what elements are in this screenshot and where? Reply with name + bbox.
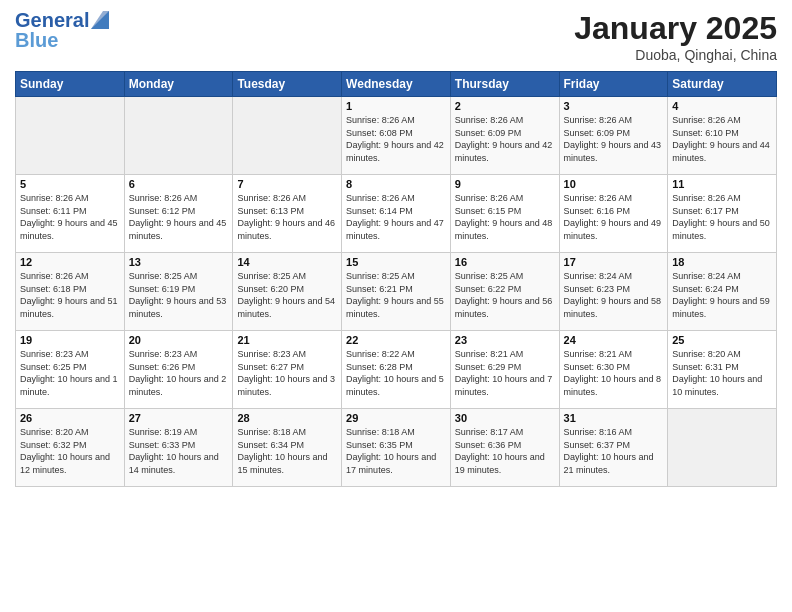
- col-friday: Friday: [559, 72, 668, 97]
- cell-info: Sunrise: 8:24 AMSunset: 6:23 PMDaylight:…: [564, 270, 664, 320]
- cell-4-6: [668, 409, 777, 487]
- cell-1-5: 10 Sunrise: 8:26 AMSunset: 6:16 PMDaylig…: [559, 175, 668, 253]
- cell-info: Sunrise: 8:26 AMSunset: 6:17 PMDaylight:…: [672, 192, 772, 242]
- cell-0-2: [233, 97, 342, 175]
- cell-info: Sunrise: 8:21 AMSunset: 6:30 PMDaylight:…: [564, 348, 664, 398]
- week-row-1: 5 Sunrise: 8:26 AMSunset: 6:11 PMDayligh…: [16, 175, 777, 253]
- day-number: 17: [564, 256, 664, 268]
- cell-1-3: 8 Sunrise: 8:26 AMSunset: 6:14 PMDayligh…: [342, 175, 451, 253]
- day-number: 12: [20, 256, 120, 268]
- cell-info: Sunrise: 8:26 AMSunset: 6:15 PMDaylight:…: [455, 192, 555, 242]
- cell-1-1: 6 Sunrise: 8:26 AMSunset: 6:12 PMDayligh…: [124, 175, 233, 253]
- cell-info: Sunrise: 8:25 AMSunset: 6:21 PMDaylight:…: [346, 270, 446, 320]
- day-number: 5: [20, 178, 120, 190]
- day-number: 31: [564, 412, 664, 424]
- day-number: 10: [564, 178, 664, 190]
- logo-icon: [91, 11, 109, 29]
- cell-3-5: 24 Sunrise: 8:21 AMSunset: 6:30 PMDaylig…: [559, 331, 668, 409]
- cell-3-0: 19 Sunrise: 8:23 AMSunset: 6:25 PMDaylig…: [16, 331, 125, 409]
- day-number: 2: [455, 100, 555, 112]
- cell-info: Sunrise: 8:18 AMSunset: 6:34 PMDaylight:…: [237, 426, 337, 476]
- cell-info: Sunrise: 8:26 AMSunset: 6:08 PMDaylight:…: [346, 114, 446, 164]
- cell-0-1: [124, 97, 233, 175]
- week-row-3: 19 Sunrise: 8:23 AMSunset: 6:25 PMDaylig…: [16, 331, 777, 409]
- cell-0-6: 4 Sunrise: 8:26 AMSunset: 6:10 PMDayligh…: [668, 97, 777, 175]
- cell-info: Sunrise: 8:20 AMSunset: 6:31 PMDaylight:…: [672, 348, 772, 398]
- calendar-body: 1 Sunrise: 8:26 AMSunset: 6:08 PMDayligh…: [16, 97, 777, 487]
- header: General Blue January 2025 Duoba, Qinghai…: [15, 10, 777, 63]
- cell-info: Sunrise: 8:26 AMSunset: 6:10 PMDaylight:…: [672, 114, 772, 164]
- cell-3-3: 22 Sunrise: 8:22 AMSunset: 6:28 PMDaylig…: [342, 331, 451, 409]
- cell-4-3: 29 Sunrise: 8:18 AMSunset: 6:35 PMDaylig…: [342, 409, 451, 487]
- calendar-table: Sunday Monday Tuesday Wednesday Thursday…: [15, 71, 777, 487]
- cell-4-5: 31 Sunrise: 8:16 AMSunset: 6:37 PMDaylig…: [559, 409, 668, 487]
- day-number: 3: [564, 100, 664, 112]
- day-number: 25: [672, 334, 772, 346]
- cell-3-4: 23 Sunrise: 8:21 AMSunset: 6:29 PMDaylig…: [450, 331, 559, 409]
- cell-0-0: [16, 97, 125, 175]
- cell-2-6: 18 Sunrise: 8:24 AMSunset: 6:24 PMDaylig…: [668, 253, 777, 331]
- cell-3-2: 21 Sunrise: 8:23 AMSunset: 6:27 PMDaylig…: [233, 331, 342, 409]
- svg-marker-1: [91, 11, 109, 29]
- cell-4-0: 26 Sunrise: 8:20 AMSunset: 6:32 PMDaylig…: [16, 409, 125, 487]
- day-number: 22: [346, 334, 446, 346]
- day-number: 28: [237, 412, 337, 424]
- day-number: 21: [237, 334, 337, 346]
- logo-blue: Blue: [15, 30, 109, 50]
- cell-1-6: 11 Sunrise: 8:26 AMSunset: 6:17 PMDaylig…: [668, 175, 777, 253]
- cell-2-0: 12 Sunrise: 8:26 AMSunset: 6:18 PMDaylig…: [16, 253, 125, 331]
- day-number: 30: [455, 412, 555, 424]
- cell-3-1: 20 Sunrise: 8:23 AMSunset: 6:26 PMDaylig…: [124, 331, 233, 409]
- day-number: 20: [129, 334, 229, 346]
- day-number: 19: [20, 334, 120, 346]
- cell-info: Sunrise: 8:26 AMSunset: 6:11 PMDaylight:…: [20, 192, 120, 242]
- day-number: 29: [346, 412, 446, 424]
- week-row-0: 1 Sunrise: 8:26 AMSunset: 6:08 PMDayligh…: [16, 97, 777, 175]
- cell-2-5: 17 Sunrise: 8:24 AMSunset: 6:23 PMDaylig…: [559, 253, 668, 331]
- cell-2-1: 13 Sunrise: 8:25 AMSunset: 6:19 PMDaylig…: [124, 253, 233, 331]
- cell-2-4: 16 Sunrise: 8:25 AMSunset: 6:22 PMDaylig…: [450, 253, 559, 331]
- page: General Blue January 2025 Duoba, Qinghai…: [0, 0, 792, 612]
- calendar-title: January 2025: [574, 10, 777, 47]
- day-number: 15: [346, 256, 446, 268]
- day-number: 4: [672, 100, 772, 112]
- cell-info: Sunrise: 8:25 AMSunset: 6:22 PMDaylight:…: [455, 270, 555, 320]
- cell-info: Sunrise: 8:24 AMSunset: 6:24 PMDaylight:…: [672, 270, 772, 320]
- day-number: 13: [129, 256, 229, 268]
- logo-general: General: [15, 10, 89, 30]
- cell-2-3: 15 Sunrise: 8:25 AMSunset: 6:21 PMDaylig…: [342, 253, 451, 331]
- cell-info: Sunrise: 8:26 AMSunset: 6:09 PMDaylight:…: [564, 114, 664, 164]
- cell-info: Sunrise: 8:26 AMSunset: 6:12 PMDaylight:…: [129, 192, 229, 242]
- col-tuesday: Tuesday: [233, 72, 342, 97]
- cell-info: Sunrise: 8:17 AMSunset: 6:36 PMDaylight:…: [455, 426, 555, 476]
- cell-1-2: 7 Sunrise: 8:26 AMSunset: 6:13 PMDayligh…: [233, 175, 342, 253]
- cell-info: Sunrise: 8:26 AMSunset: 6:16 PMDaylight:…: [564, 192, 664, 242]
- day-number: 18: [672, 256, 772, 268]
- day-number: 8: [346, 178, 446, 190]
- cell-0-5: 3 Sunrise: 8:26 AMSunset: 6:09 PMDayligh…: [559, 97, 668, 175]
- col-thursday: Thursday: [450, 72, 559, 97]
- cell-4-2: 28 Sunrise: 8:18 AMSunset: 6:34 PMDaylig…: [233, 409, 342, 487]
- col-saturday: Saturday: [668, 72, 777, 97]
- cell-0-4: 2 Sunrise: 8:26 AMSunset: 6:09 PMDayligh…: [450, 97, 559, 175]
- cell-info: Sunrise: 8:20 AMSunset: 6:32 PMDaylight:…: [20, 426, 120, 476]
- week-row-2: 12 Sunrise: 8:26 AMSunset: 6:18 PMDaylig…: [16, 253, 777, 331]
- cell-info: Sunrise: 8:26 AMSunset: 6:13 PMDaylight:…: [237, 192, 337, 242]
- cell-info: Sunrise: 8:22 AMSunset: 6:28 PMDaylight:…: [346, 348, 446, 398]
- cell-info: Sunrise: 8:25 AMSunset: 6:20 PMDaylight:…: [237, 270, 337, 320]
- cell-info: Sunrise: 8:26 AMSunset: 6:18 PMDaylight:…: [20, 270, 120, 320]
- header-row: Sunday Monday Tuesday Wednesday Thursday…: [16, 72, 777, 97]
- col-monday: Monday: [124, 72, 233, 97]
- cell-1-0: 5 Sunrise: 8:26 AMSunset: 6:11 PMDayligh…: [16, 175, 125, 253]
- cell-info: Sunrise: 8:19 AMSunset: 6:33 PMDaylight:…: [129, 426, 229, 476]
- day-number: 24: [564, 334, 664, 346]
- cell-info: Sunrise: 8:26 AMSunset: 6:14 PMDaylight:…: [346, 192, 446, 242]
- day-number: 7: [237, 178, 337, 190]
- cell-info: Sunrise: 8:23 AMSunset: 6:25 PMDaylight:…: [20, 348, 120, 398]
- cell-1-4: 9 Sunrise: 8:26 AMSunset: 6:15 PMDayligh…: [450, 175, 559, 253]
- week-row-4: 26 Sunrise: 8:20 AMSunset: 6:32 PMDaylig…: [16, 409, 777, 487]
- cell-info: Sunrise: 8:23 AMSunset: 6:26 PMDaylight:…: [129, 348, 229, 398]
- cell-info: Sunrise: 8:18 AMSunset: 6:35 PMDaylight:…: [346, 426, 446, 476]
- cell-2-2: 14 Sunrise: 8:25 AMSunset: 6:20 PMDaylig…: [233, 253, 342, 331]
- day-number: 6: [129, 178, 229, 190]
